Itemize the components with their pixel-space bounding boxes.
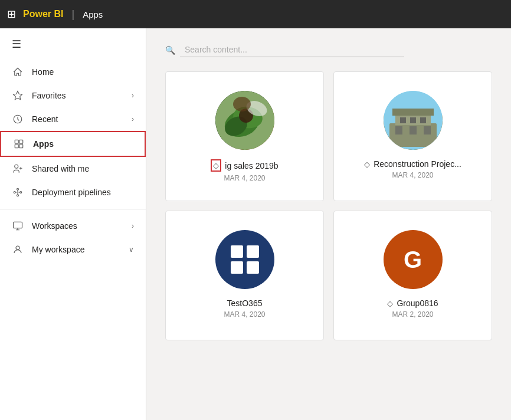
app-card-reconstruction[interactable]: ◇ Reconstruction Projec... MAR 4, 2020 [333, 71, 492, 201]
svg-point-9 [14, 192, 15, 193]
chevron-right-icon: › [132, 115, 134, 123]
svg-point-7 [17, 188, 19, 190]
deployment-icon [12, 186, 24, 198]
fig-sales-name: ig sales 2019b [225, 161, 278, 170]
clock-icon [12, 113, 24, 125]
group0816-date: MAR 2, 2020 [392, 310, 433, 319]
sidebar-item-home-label: Home [32, 67, 134, 77]
home-icon [12, 66, 24, 78]
sidebar-item-workspaces[interactable]: Workspaces › [0, 214, 146, 238]
svg-rect-22 [392, 109, 434, 116]
diamond-icon: ◇ [364, 160, 370, 169]
pbi-grid-cell [247, 245, 259, 258]
sidebar-item-shared[interactable]: Shared with me [0, 157, 146, 181]
app-card-group0816[interactable]: G ◇ Group0816 MAR 2, 2020 [333, 211, 492, 340]
sidebar-item-deployment[interactable]: Deployment pipelines [0, 181, 146, 204]
svg-point-6 [15, 165, 18, 168]
topbar: ⊞ Power BI | Apps [0, 0, 511, 28]
svg-point-12 [16, 246, 19, 250]
sidebar-item-home[interactable]: Home [0, 60, 146, 84]
app-avatar-testo365 [215, 230, 274, 289]
sidebar-item-apps[interactable]: Apps [0, 131, 146, 157]
diamond-icon-highlighted: ◇ [211, 159, 221, 172]
sidebar-item-myworkspace-label: My workspace [32, 245, 120, 254]
workspace-icon [12, 220, 24, 232]
testo365-date: MAR 4, 2020 [224, 310, 265, 319]
svg-point-10 [20, 192, 22, 193]
svg-rect-11 [14, 222, 22, 228]
sidebar-item-favorites[interactable]: Favorites › [0, 84, 146, 107]
sidebar: ☰ Home Favorites › Recent › [0, 28, 146, 420]
pbi-grid-cell [231, 245, 243, 258]
myworkspace-icon [12, 244, 24, 255]
sidebar-divider [0, 209, 146, 209]
app-card-testo365[interactable]: TestO365 MAR 4, 2020 [165, 211, 324, 340]
apps-grid-icon[interactable]: ⊞ [7, 8, 16, 21]
pbi-grid-cell [247, 261, 259, 274]
app-card-fig-sales[interactable]: ◇ ig sales 2019b MAR 4, 2020 [165, 71, 324, 201]
main-layout: ☰ Home Favorites › Recent › [0, 28, 511, 420]
apps-grid: ◇ ig sales 2019b MAR 4, 2020 [165, 71, 492, 340]
sidebar-item-recent-label: Recent [32, 114, 123, 124]
topbar-logo: Power BI [23, 9, 63, 19]
svg-rect-2 [15, 140, 18, 143]
chevron-right-icon: › [132, 91, 134, 100]
apps-nav-icon [13, 138, 25, 150]
group-avatar-letter: G [404, 247, 422, 273]
sidebar-item-recent[interactable]: Recent › [0, 107, 146, 131]
sidebar-item-workspaces-label: Workspaces [32, 221, 123, 231]
svg-rect-27 [410, 126, 417, 134]
chevron-down-icon: ∨ [129, 245, 134, 254]
svg-rect-25 [420, 117, 426, 123]
testo365-name: TestO365 [227, 298, 263, 308]
diamond-icon: ◇ [387, 299, 393, 308]
svg-rect-3 [19, 140, 23, 143]
svg-rect-26 [395, 126, 402, 134]
svg-rect-24 [410, 117, 416, 123]
sidebar-item-myworkspace[interactable]: My workspace ∨ [0, 238, 146, 261]
group0816-name-row: ◇ Group0816 [387, 298, 438, 308]
svg-rect-28 [424, 126, 431, 134]
search-input[interactable] [180, 42, 404, 57]
fig-sales-name-row: ◇ ig sales 2019b [211, 159, 278, 172]
sidebar-toggle[interactable]: ☰ [0, 28, 146, 60]
pbi-grid-icon [231, 245, 259, 274]
reconstruction-name-row: ◇ Reconstruction Projec... [364, 159, 461, 169]
topbar-title: Apps [83, 9, 103, 19]
svg-rect-23 [400, 117, 406, 123]
topbar-separator: | [71, 8, 74, 21]
content-area: 🔍 ◇ [146, 28, 511, 420]
testo365-name-row: TestO365 [227, 298, 263, 308]
search-bar: 🔍 [165, 42, 425, 57]
app-avatar-fig-sales [215, 91, 274, 150]
svg-marker-0 [14, 91, 22, 100]
sidebar-item-deployment-label: Deployment pipelines [32, 188, 134, 197]
svg-point-8 [17, 195, 19, 196]
svg-rect-4 [15, 145, 18, 148]
app-avatar-reconstruction [384, 91, 443, 150]
chevron-right-icon: › [132, 222, 134, 230]
search-icon: 🔍 [165, 45, 175, 55]
sidebar-item-shared-label: Shared with me [32, 164, 134, 173]
sidebar-item-apps-label: Apps [33, 139, 133, 149]
sidebar-item-favorites-label: Favorites [32, 91, 123, 100]
reconstruction-name: Reconstruction Projec... [374, 159, 461, 169]
app-avatar-group0816: G [384, 230, 443, 289]
reconstruction-date: MAR 4, 2020 [392, 171, 433, 179]
pbi-grid-cell [231, 261, 243, 274]
group0816-name: Group0816 [397, 298, 438, 308]
shared-icon [12, 163, 24, 175]
star-icon [12, 90, 24, 101]
fig-sales-date: MAR 4, 2020 [224, 174, 265, 182]
svg-rect-5 [19, 145, 23, 148]
